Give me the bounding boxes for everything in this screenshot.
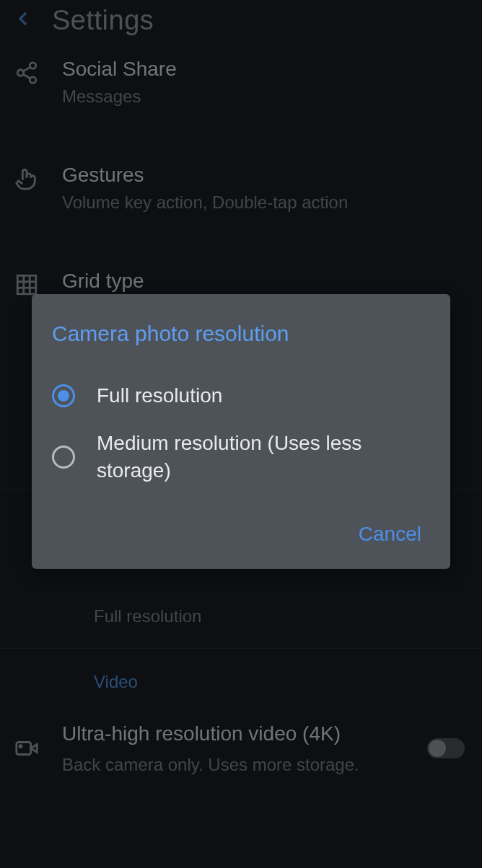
dialog-title: Camera photo resolution <box>52 322 430 346</box>
cancel-button[interactable]: Cancel <box>350 517 430 552</box>
camera-resolution-dialog: Camera photo resolution Full resolution … <box>32 294 450 569</box>
radio-option-medium-resolution[interactable]: Medium resolution (Uses less storage) <box>52 420 430 495</box>
radio-button-selected[interactable] <box>52 384 75 407</box>
radio-button[interactable] <box>52 446 75 469</box>
radio-label: Medium resolution (Uses less storage) <box>97 430 430 484</box>
dialog-actions: Cancel <box>52 517 430 552</box>
radio-label: Full resolution <box>97 382 222 409</box>
radio-option-full-resolution[interactable]: Full resolution <box>52 372 430 420</box>
radio-dot <box>58 390 69 402</box>
